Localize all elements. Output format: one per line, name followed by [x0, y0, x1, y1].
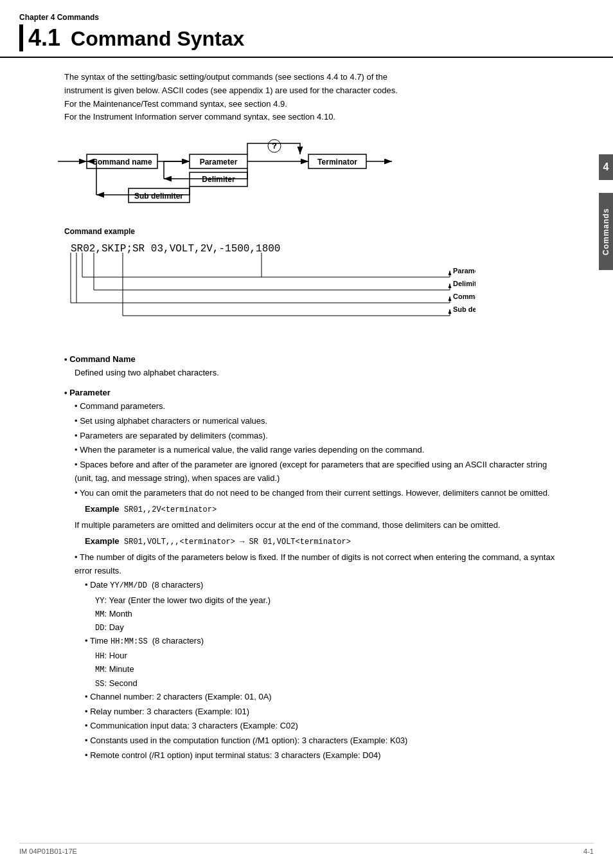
time-ss: SS: Second	[95, 677, 555, 691]
svg-text:Parameter (: Parameter (	[453, 267, 475, 275]
section-name: Command Syntax	[71, 27, 244, 51]
intro-line2: instrument is given below. ASCII codes (…	[64, 84, 555, 98]
intro-paragraph: The syntax of the setting/basic setting/…	[64, 71, 555, 124]
date-bullet: Date YY/MM/DD (8 characters)	[85, 579, 555, 592]
time-label: Time	[90, 636, 108, 646]
command-example-container: SR02,SKIP;SR 03,VOLT,2V,-1500,1800 Param…	[64, 239, 555, 341]
example1-line: Example SR01,,2V<terminator>	[85, 503, 555, 516]
main-content: The syntax of the setting/basic setting/…	[0, 58, 594, 783]
svg-text:Terminator: Terminator	[317, 158, 357, 167]
intro-line1: The syntax of the setting/basic setting/…	[64, 71, 555, 84]
param-bullet-4: When the parameter is a numerical value,…	[75, 444, 555, 457]
time-mm: MM: Minute	[95, 663, 555, 676]
flow-diagram: Command name Parameter ? ? Terminato	[51, 137, 555, 214]
svg-text:Sub delimiter: Sub delimiter	[134, 192, 183, 201]
example1-if-text: If multiple parameters are omitted and d…	[75, 519, 555, 532]
footer-left: IM 04P01B01-17E	[19, 847, 77, 855]
command-name-title: Command Name	[64, 354, 555, 364]
param-bullet-1: Command parameters.	[75, 400, 555, 413]
svg-text:?: ?	[272, 141, 277, 150]
section-number: 4.1	[19, 24, 60, 51]
comm-bullet: Communication input data: 3 characters (…	[85, 719, 555, 733]
svg-text:Parameter: Parameter	[200, 158, 238, 167]
relay-bullet: Relay number: 3 characters (Example: I01…	[85, 705, 555, 719]
svg-text:Command name (: Command name (	[453, 293, 475, 300]
example1-code: SR01,,2V<terminator>	[124, 505, 217, 514]
example2-code: SR01,VOLT,,,<terminator> → SR 01,VOLT<te…	[124, 538, 351, 547]
param-bullet-3: Parameters are separated by delimiters (…	[75, 429, 555, 443]
date-mm: MM: Month	[95, 608, 555, 621]
command-example-svg: SR02,SKIP;SR 03,VOLT,2V,-1500,1800 Param…	[64, 239, 475, 341]
svg-text:Sub delimiter (: Sub delimiter (	[453, 305, 475, 313]
page-footer: IM 04P01B01-17E 4-1	[19, 843, 594, 855]
svg-text:Command name: Command name	[92, 158, 152, 167]
param-bullet-5: Spaces before and after of the parameter…	[75, 458, 555, 485]
side-tab-label: Commands	[599, 193, 613, 270]
time-chars: (8 characters)	[152, 636, 204, 646]
param-bullet-2: Set using alphabet characters or numeric…	[75, 415, 555, 428]
command-name-section: Command Name Defined using two alphabet …	[64, 354, 555, 380]
section-title-block: 4.1 Command Syntax	[19, 24, 594, 51]
parameter-title: Parameter	[64, 388, 555, 397]
command-name-desc: Defined using two alphabet characters.	[75, 366, 555, 380]
intro-line3: For the Maintenance/Test command syntax,…	[64, 98, 555, 111]
chapter-label: Chapter 4 Commands	[19, 13, 594, 22]
svg-text:Delimiter (: Delimiter (	[453, 280, 475, 287]
footer-right: 4-1	[583, 847, 594, 855]
intro-line4: For the Instrument Information server co…	[64, 111, 555, 124]
example2-line: Example SR01,VOLT,,,<terminator> → SR 01…	[85, 535, 555, 548]
time-bullet: Time HH:MM:SS (8 characters)	[85, 635, 555, 648]
time-code: HH:MM:SS	[111, 637, 152, 646]
command-example-label: Command example	[64, 227, 555, 236]
side-tab-number: 4	[599, 154, 613, 180]
constants-bullet: Constants used in the computation functi…	[85, 734, 555, 748]
date-label: Date	[90, 580, 107, 590]
diagram-svg: Command name Parameter ? ? Terminato	[51, 137, 424, 214]
svg-text:SR02,SKIP;SR 03,VOLT,2V,-1500,: SR02,SKIP;SR 03,VOLT,2V,-1500,1800	[71, 243, 280, 255]
date-chars: (8 characters)	[152, 580, 203, 590]
example1-label: Example	[85, 504, 119, 514]
time-hh: HH: Hour	[95, 649, 555, 663]
date-dd: DD: Day	[95, 621, 555, 635]
example2-label: Example	[85, 536, 119, 546]
page-header: Chapter 4 Commands 4.1 Command Syntax	[0, 0, 613, 58]
channel-bullet: Channel number: 2 characters (Example: 0…	[85, 691, 555, 704]
svg-text:Delimiter: Delimiter	[202, 175, 235, 184]
date-code: YY/MM/DD	[110, 581, 152, 590]
date-yy: YY: Year (Enter the lower two digits of …	[95, 594, 555, 608]
param-digits-text: The number of digits of the parameters b…	[75, 551, 555, 578]
remote-bullet: Remote control (/R1 option) input termin…	[85, 749, 555, 763]
parameter-section: Parameter Command parameters. Set using …	[64, 388, 555, 763]
param-bullet-6: You can omit the parameters that do not …	[75, 487, 555, 500]
